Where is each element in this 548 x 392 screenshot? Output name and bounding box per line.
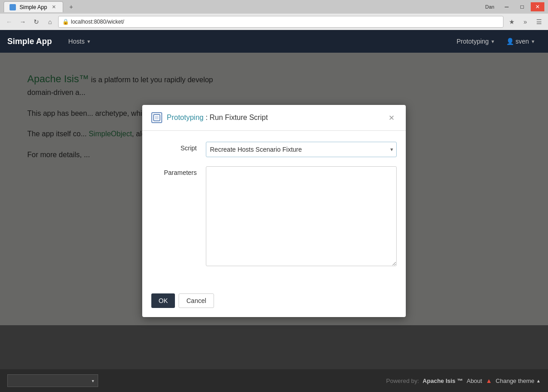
parameters-label: Parameters (151, 166, 197, 176)
modal-footer: OK Cancel (142, 288, 406, 317)
tab-close-button[interactable]: ✕ (51, 4, 57, 10)
modal-title: Prototyping : Run Fixture Script (167, 114, 268, 122)
extensions-button[interactable]: » (520, 16, 531, 27)
maximize-button[interactable]: □ (515, 2, 529, 11)
app-brand[interactable]: Simple App (7, 37, 52, 46)
address-lock-icon: 🔒 (62, 19, 69, 25)
back-button[interactable]: ← (4, 16, 15, 27)
footer-powered-by: Powered by: (386, 377, 419, 384)
parameters-field-group: Parameters (151, 166, 397, 268)
browser-user: Dan (485, 4, 494, 10)
nav-prototyping-arrow: ▼ (491, 39, 495, 44)
footer-change-theme-label: Change theme (496, 377, 534, 384)
nav-user[interactable]: 👤 sven ▼ (501, 30, 541, 53)
nav-hosts[interactable]: Hosts ▼ (63, 30, 96, 53)
modal-dialog: Prototyping : Run Fixture Script ✕ Scrip… (142, 105, 406, 317)
modal-title-sep: : (204, 114, 209, 121)
tab-title: Simple App (20, 4, 47, 10)
home-button[interactable]: ⌂ (45, 16, 55, 27)
address-url: localhost:8080/wicket/ (71, 19, 124, 25)
forward-button[interactable]: → (17, 16, 28, 27)
page-footer: ▾ Powered by: Apache Isis ™ About ▲ Chan… (0, 369, 548, 392)
reload-button[interactable]: ↻ (31, 16, 42, 27)
footer-dropdown[interactable]: ▾ (7, 374, 98, 387)
nav-hosts-label: Hosts (68, 38, 85, 45)
browser-tab[interactable]: Simple App ✕ (4, 1, 63, 12)
script-select[interactable]: Recreate Hosts Scenario Fixture (206, 142, 397, 157)
ok-button[interactable]: OK (151, 293, 175, 308)
nav-hosts-arrow: ▼ (86, 39, 91, 44)
nav-user-label: sven (516, 38, 529, 45)
footer-change-theme[interactable]: Change theme ▲ (496, 377, 541, 384)
modal-close-button[interactable]: ✕ (386, 112, 397, 123)
parameters-textarea[interactable] (206, 166, 397, 266)
menu-button[interactable]: ☰ (533, 16, 544, 27)
nav-prototyping[interactable]: Prototyping ▼ (451, 30, 501, 53)
nav-user-arrow: ▼ (531, 39, 535, 44)
tab-favicon (10, 4, 16, 10)
modal-title-accent: Prototyping (167, 114, 204, 121)
close-button[interactable]: ✕ (531, 2, 544, 11)
script-label: Script (151, 142, 197, 152)
modal-title-rest: Run Fixture Script (209, 114, 268, 121)
minimize-button[interactable]: ─ (500, 2, 513, 11)
script-field-group: Script Recreate Hosts Scenario Fixture ▾ (151, 142, 397, 157)
new-tab-button[interactable]: + (66, 1, 77, 12)
footer-dropdown-arrow: ▾ (92, 378, 94, 383)
user-icon: 👤 (506, 38, 514, 45)
footer-warning-icon: ▲ (486, 377, 492, 384)
footer-about-link[interactable]: About (467, 377, 482, 384)
modal-header: Prototyping : Run Fixture Script ✕ (142, 105, 406, 131)
svg-rect-1 (155, 116, 159, 119)
cancel-button[interactable]: Cancel (179, 293, 214, 308)
bookmark-button[interactable]: ★ (506, 16, 517, 27)
modal-overlay: Prototyping : Run Fixture Script ✕ Scrip… (0, 53, 548, 369)
address-bar[interactable]: 🔒 localhost:8080/wicket/ (58, 16, 503, 28)
nav-prototyping-label: Prototyping (457, 38, 489, 45)
modal-icon (151, 112, 162, 123)
app-navbar: Simple App Hosts ▼ Prototyping ▼ 👤 sven … (0, 30, 548, 53)
modal-body: Script Recreate Hosts Scenario Fixture ▾… (142, 131, 406, 288)
footer-apache-isis: Apache Isis ™ (423, 377, 463, 384)
footer-theme-arrow: ▲ (536, 378, 541, 383)
